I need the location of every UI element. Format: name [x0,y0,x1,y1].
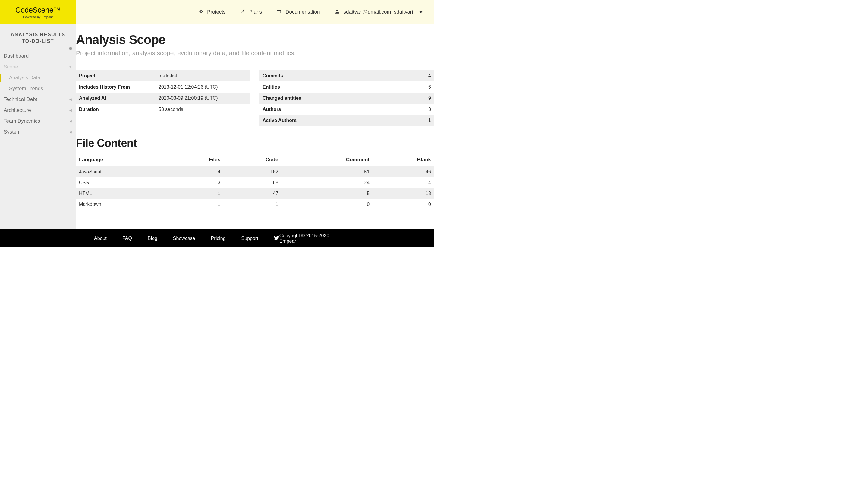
info-value: 4 [428,73,431,79]
cell-blank: 46 [372,166,434,177]
book-icon [276,9,282,16]
nav-user-dropdown[interactable]: sdaityari@gmail.com [sdaityari] [334,9,423,16]
sidebar-item-scope[interactable]: Scope▼ [0,62,76,72]
cell-blank: 0 [372,199,434,210]
info-row: Includes History From2013-12-01 12:04:26… [76,81,250,92]
info-value: 2013-12-01 12:04:26 (UTC) [158,84,218,90]
info-label: Authors [262,107,342,112]
footer: About FAQ Blog Showcase Pricing Support … [0,229,434,248]
info-label: Includes History From [79,84,158,90]
table-row: JavaScript41625146 [76,166,434,177]
info-value: to-do-list [158,73,177,79]
info-value: 3 [428,107,431,112]
footer-link-about[interactable]: About [94,236,107,241]
info-row: Analyzed At2020-03-09 21:00:19 (UTC) [76,92,250,104]
logo-text: CodeScene™ [15,6,61,15]
sidebar-sys-label: System [4,129,21,135]
logo-subtext: Powered by Empear [23,15,53,19]
cell-code: 1 [223,199,281,210]
cell-files: 1 [169,188,223,199]
cell-code: 47 [223,188,281,199]
cell-comment: 0 [281,199,372,210]
sidebar-scope-label: Scope [4,64,18,70]
cell-code: 68 [223,177,281,188]
info-row: Entities6 [260,81,434,92]
info-tables: Projectto-do-list Includes History From2… [76,70,434,126]
cell-comment: 5 [281,188,372,199]
nav-plans-label: Plans [249,9,262,15]
cell-files: 3 [169,177,223,188]
file-content-heading: File Content [76,137,434,150]
page-subtitle: Project information, analysis scope, evo… [76,49,434,57]
info-value: 6 [428,84,431,90]
info-label: Project [79,73,158,79]
cell-lang: HTML [76,188,169,199]
cell-files: 1 [169,199,223,210]
footer-link-blog[interactable]: Blog [148,236,157,241]
project-info-table: Projectto-do-list Includes History From2… [76,70,250,126]
header: CodeScene™ Powered by Empear Projects Pl… [0,0,434,24]
twitter-icon[interactable] [274,235,279,242]
page-title: Analysis Scope [76,33,434,47]
sidebar-item-analysis-data[interactable]: Analysis Data [0,72,76,83]
footer-link-support[interactable]: Support [241,236,258,241]
nav-plans[interactable]: Plans [240,9,262,16]
info-label: Commits [262,73,342,79]
divider [76,64,434,64]
footer-link-showcase[interactable]: Showcase [173,236,195,241]
sidebar-item-team-dynamics[interactable]: Team Dynamics◀ [0,116,76,126]
info-label: Active Authors [262,118,342,123]
cell-comment: 51 [281,166,372,177]
info-label: Changed entities [262,96,342,101]
sidebar-td-label: Technical Debt [4,97,37,102]
caret-left-icon: ◀ [69,119,72,123]
table-header-row: Language Files Code Comment Blank [76,154,434,166]
info-value: 1 [428,118,431,123]
footer-copyright: Copyright © 2015-2020 Empear [279,233,342,244]
sidebar-team-label: Team Dynamics [4,118,40,124]
cell-lang: CSS [76,177,169,188]
nav-documentation[interactable]: Documentation [276,9,320,16]
code-icon [198,9,204,16]
caret-left-icon: ◀ [69,108,72,112]
nav-user-label: sdaityari@gmail.com [sdaityari] [344,9,415,15]
table-row: HTML147513 [76,188,434,199]
table-row: CSS3682414 [76,177,434,188]
cell-code: 162 [223,166,281,177]
main-content: Analysis Scope Project information, anal… [76,24,434,229]
info-row: Duration53 seconds [76,104,250,115]
info-row: Active Authors1 [260,115,434,126]
th-files: Files [169,154,223,166]
footer-link-faq[interactable]: FAQ [122,236,132,241]
th-code: Code [223,154,281,166]
table-row: Markdown1100 [76,199,434,210]
sidebar-item-architecture[interactable]: Architecture◀ [0,105,76,116]
stats-table: Commits4 Entities6 Changed entities9 Aut… [260,70,434,126]
file-content-table: Language Files Code Comment Blank JavaSc… [76,154,434,210]
footer-link-pricing[interactable]: Pricing [211,236,226,241]
cell-blank: 13 [372,188,434,199]
nav-projects-label: Projects [207,9,225,15]
sidebar-item-technical-debt[interactable]: Technical Debt◀ [0,94,76,105]
cell-comment: 24 [281,177,372,188]
wrench-icon [240,9,246,16]
sidebar: ANALYSIS RESULTS TO-DO-LIST Dashboard Sc… [0,24,76,229]
logo[interactable]: CodeScene™ Powered by Empear [0,0,76,24]
th-language: Language [76,154,169,166]
info-row: Projectto-do-list [76,70,250,81]
sidebar-item-system-trends[interactable]: System Trends [0,83,76,94]
info-label: Duration [79,107,158,112]
info-row: Authors3 [260,104,434,115]
sidebar-title-2: TO-DO-LIST [4,38,72,45]
sidebar-arch-label: Architecture [4,107,31,113]
info-row: Changed entities9 [260,92,434,104]
th-blank: Blank [372,154,434,166]
caret-down-icon: ▼ [69,65,72,68]
nav-projects[interactable]: Projects [198,9,225,16]
sidebar-item-system[interactable]: System◀ [0,126,76,137]
svg-marker-2 [419,11,422,13]
nav-documentation-label: Documentation [285,9,320,15]
cell-lang: JavaScript [76,166,169,177]
caret-left-icon: ◀ [69,130,72,134]
sidebar-item-dashboard[interactable]: Dashboard [0,51,76,62]
